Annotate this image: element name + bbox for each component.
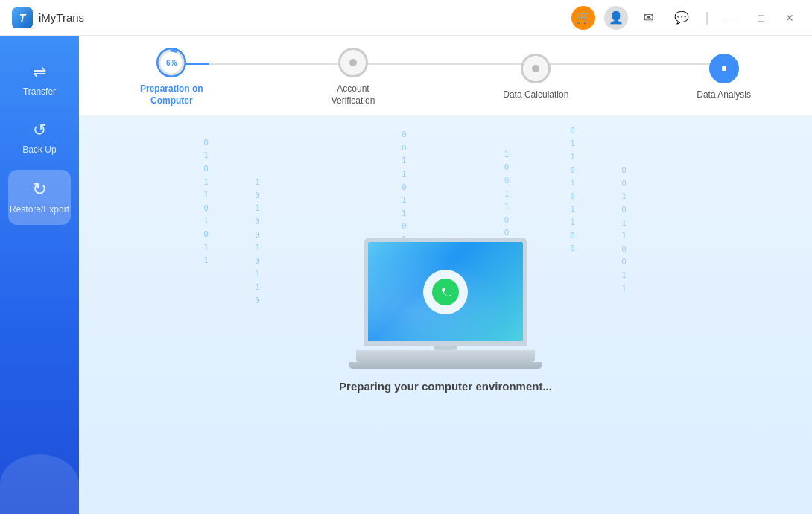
mail-button[interactable]: ✉: [637, 6, 661, 30]
step-analysis: Data Analysis: [697, 54, 751, 101]
whatsapp-svg: [432, 279, 459, 305]
status-text: Preparing your computer environment...: [339, 380, 552, 393]
titlebar-right: 🛒 👤 ✉ 💬 | — □ ✕: [571, 6, 800, 30]
restore-icon: ↻: [32, 179, 47, 200]
svg-rect-4: [722, 66, 726, 71]
svg-point-5: [432, 279, 459, 305]
sidebar-item-transfer[interactable]: ⇌ Transfer: [8, 54, 71, 106]
step-label-calculation: Data Calculation: [503, 89, 568, 101]
step-account: AccountVerification: [332, 48, 375, 107]
sidebar-item-restore[interactable]: ↻ Restore/Export: [8, 170, 71, 225]
user-button[interactable]: 👤: [604, 6, 628, 30]
app-title: iMyTrans: [39, 11, 84, 24]
titlebar: T iMyTrans 🛒 👤 ✉ 💬 | — □ ✕: [0, 0, 812, 36]
step-circle-calculation: [521, 54, 551, 83]
step-label-analysis: Data Analysis: [697, 89, 751, 101]
step-label-preparation: Preparation onComputer: [140, 83, 203, 107]
step-circle-account: [338, 48, 368, 77]
close-button[interactable]: ✕: [779, 9, 800, 27]
step-calculation: Data Calculation: [503, 54, 568, 101]
sidebar-item-label-transfer: Transfer: [23, 86, 56, 97]
minimize-button[interactable]: —: [721, 9, 743, 27]
binary-col-5: 0110101100: [570, 124, 575, 256]
svg-point-2: [349, 59, 357, 66]
content-area: 6% Preparation onComputer AccountVerific…: [79, 36, 812, 514]
binary-col-1: 0101101011: [203, 136, 209, 267]
main-layout: ⇌ Transfer ↺ Back Up ↻ Restore/Export: [0, 36, 812, 514]
progress-ring: 6%: [156, 48, 186, 77]
binary-col-2: 1010010110: [255, 176, 260, 307]
step-dot-account: [347, 57, 359, 69]
sidebar-decoration: [0, 454, 79, 514]
laptop-screen: [364, 238, 527, 346]
sidebar-item-label-restore: Restore/Export: [10, 204, 69, 216]
sidebar: ⇌ Transfer ↺ Back Up ↻ Restore/Export: [0, 36, 79, 514]
progress-percent: 6%: [156, 48, 186, 77]
chat-button[interactable]: 💬: [670, 6, 694, 30]
progress-area: 6% Preparation onComputer AccountVerific…: [79, 36, 812, 116]
maximize-button[interactable]: □: [752, 9, 770, 27]
step-preparation: 6% Preparation onComputer: [140, 48, 203, 107]
laptop: [356, 238, 535, 362]
app-logo: T: [12, 7, 33, 28]
transfer-icon: ⇌: [33, 63, 46, 82]
backup-icon: ↺: [33, 121, 46, 140]
laptop-base: [356, 350, 535, 362]
laptop-wrap: [356, 238, 535, 362]
progress-steps: 6% Preparation onComputer AccountVerific…: [140, 48, 751, 107]
step-label-account: AccountVerification: [332, 83, 375, 107]
whatsapp-icon: [423, 270, 468, 314]
sidebar-item-backup[interactable]: ↺ Back Up: [8, 112, 71, 164]
illustration-area: 0101101011 1010010110 0011011010 1001100…: [79, 116, 812, 514]
titlebar-left: T iMyTrans: [12, 7, 84, 28]
step-circle-preparation: 6%: [156, 48, 186, 77]
shop-button[interactable]: 🛒: [571, 6, 595, 30]
step-circle-analysis: [709, 54, 739, 83]
binary-col-6: 0010110011: [621, 164, 627, 295]
step-dot-calculation: [530, 63, 542, 74]
progress-line-bg: [177, 63, 714, 65]
sidebar-item-label-backup: Back Up: [22, 145, 56, 155]
svg-point-3: [532, 65, 539, 72]
step-done-icon: [718, 63, 730, 74]
